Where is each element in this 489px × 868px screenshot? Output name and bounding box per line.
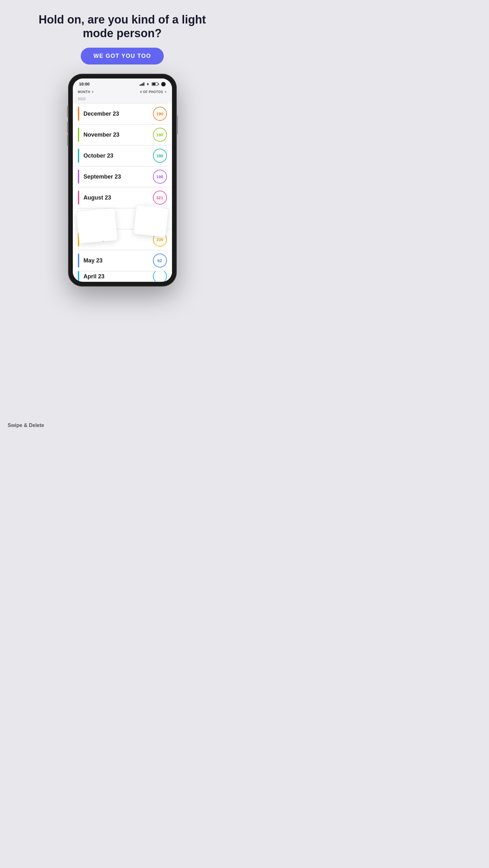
signal-icon <box>140 82 144 86</box>
phone-wrapper: 10:00 ▼ MONTH ⬍ <box>68 74 176 286</box>
list-item[interactable]: August 23 321 <box>73 187 172 208</box>
month-accent <box>78 170 79 184</box>
months-list: December 23 190 November 23 190 October … <box>73 103 172 281</box>
sort-month[interactable]: MONTH ⬍ <box>78 90 94 94</box>
cta-button[interactable]: WE GOT YOU TOO <box>81 48 164 64</box>
photo-count: 190 <box>153 128 167 142</box>
photos-sort-icon: ⬍ <box>164 91 167 93</box>
month-accent <box>78 271 79 281</box>
photo-count <box>153 271 167 281</box>
month-name: December 23 <box>84 111 153 117</box>
list-item[interactable]: December 23 190 <box>73 103 172 124</box>
list-item[interactable]: November 23 190 <box>73 125 172 145</box>
phone-frame: 10:00 ▼ MONTH ⬍ <box>68 74 176 286</box>
photo-count: 190 <box>153 170 167 184</box>
month-name: May 23 <box>84 257 153 264</box>
month-accent <box>78 107 79 121</box>
deco-right <box>134 205 168 237</box>
deco-left <box>76 209 117 243</box>
month-accent <box>78 128 79 142</box>
list-item[interactable]: May 23 62 <box>73 250 172 271</box>
year-label: 2023 <box>73 96 172 103</box>
month-name: November 23 <box>84 131 153 138</box>
photo-count: 62 <box>153 253 167 268</box>
app-header: MONTH ⬍ # OF PHOTOS ⬍ <box>73 88 172 96</box>
list-item[interactable]: April 23 <box>73 271 172 281</box>
status-time: 10:00 <box>79 82 90 86</box>
camera-notch <box>161 82 166 86</box>
status-icons: ▼ <box>140 82 166 86</box>
bottom-label: Swipe & Delete <box>8 423 44 428</box>
status-bar: 10:00 ▼ <box>73 79 172 88</box>
month-label: MONTH <box>78 90 90 94</box>
photo-count: 190 <box>153 107 167 121</box>
list-item[interactable]: October 23 190 <box>73 146 172 166</box>
month-name: September 23 <box>84 174 153 180</box>
sort-photos[interactable]: # OF PHOTOS ⬍ <box>140 90 167 94</box>
month-sort-icon: ⬍ <box>92 91 94 93</box>
battery-icon <box>152 82 158 86</box>
list-item[interactable]: September 23 190 <box>73 166 172 187</box>
photo-count: 321 <box>153 191 167 205</box>
month-name: April 23 <box>84 273 153 280</box>
month-accent <box>78 149 79 163</box>
month-name: October 23 <box>84 153 153 159</box>
phone-screen: 10:00 ▼ MONTH ⬍ <box>73 79 172 282</box>
headline: Hold on, are you kind of a light mode pe… <box>27 13 218 40</box>
wifi-icon: ▼ <box>146 82 150 86</box>
month-accent <box>78 253 79 268</box>
photos-label: # OF PHOTOS <box>140 90 163 94</box>
photo-count: 190 <box>153 149 167 163</box>
month-name: August 23 <box>84 194 153 201</box>
month-accent <box>78 191 79 205</box>
